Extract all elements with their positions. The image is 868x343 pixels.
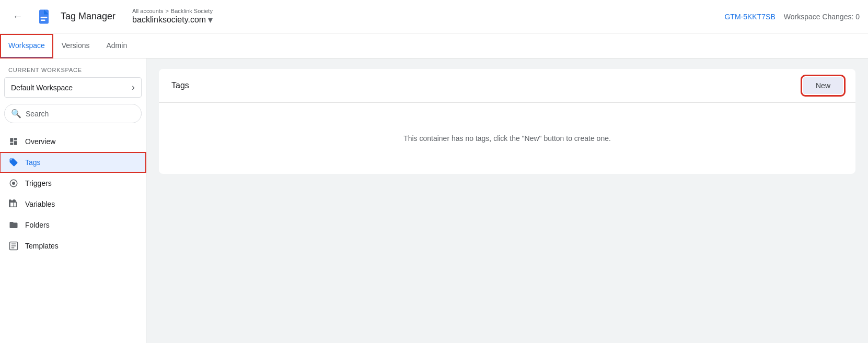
sidebar-item-label: Variables <box>25 200 55 208</box>
card-header: Tags New <box>159 69 855 103</box>
search-box[interactable]: 🔍 <box>4 104 142 123</box>
card-title: Tags <box>171 81 189 90</box>
card-empty-message: This container has no tags, click the "N… <box>159 103 855 174</box>
variables-icon <box>8 199 19 209</box>
gtm-id[interactable]: GTM-5KKT7SB <box>724 13 775 21</box>
app-header: ← Tag Manager All accounts > Backlink So… <box>0 0 868 33</box>
sidebar-item-label: Tags <box>25 158 41 167</box>
tag-icon <box>8 158 19 167</box>
sidebar-item-triggers[interactable]: Triggers <box>0 173 146 193</box>
all-accounts-link[interactable]: All accounts <box>132 8 163 14</box>
workspace-selector[interactable]: Default Workspace › <box>4 77 142 98</box>
breadcrumb: All accounts > Backlink Society backlink… <box>132 8 213 26</box>
container-name[interactable]: backlinksociety.com <box>132 15 206 25</box>
tab-workspace[interactable]: Workspace <box>0 34 53 58</box>
sidebar-item-label: Overview <box>25 137 55 146</box>
workspace-name: Default Workspace <box>11 84 73 92</box>
tags-card: Tags New This container has no tags, cli… <box>159 69 855 174</box>
app-logo <box>33 6 54 27</box>
svg-rect-2 <box>41 17 48 18</box>
new-tag-button[interactable]: New <box>803 77 843 94</box>
sidebar-item-label: Triggers <box>25 179 52 187</box>
svg-rect-3 <box>41 19 45 21</box>
main-layout: CURRENT WORKSPACE Default Workspace › 🔍 … <box>0 58 868 343</box>
sidebar-item-overview[interactable]: Overview <box>0 132 146 151</box>
account-link[interactable]: Backlink Society <box>171 8 213 14</box>
sidebar-item-tags[interactable]: Tags <box>0 152 146 172</box>
tab-admin[interactable]: Admin <box>98 34 135 58</box>
nav-tabs: Workspace Versions Admin <box>0 33 868 58</box>
current-workspace-label: CURRENT WORKSPACE <box>0 58 146 75</box>
sidebar-nav: Overview Tags Triggers Variables <box>0 127 146 343</box>
svg-point-5 <box>12 182 15 185</box>
sidebar-item-templates[interactable]: Templates <box>0 236 146 256</box>
workspace-arrow-icon: › <box>132 82 135 93</box>
tab-versions[interactable]: Versions <box>53 34 98 58</box>
breadcrumb-bottom: backlinksociety.com ▾ <box>132 14 213 26</box>
container-chevron-icon[interactable]: ▾ <box>208 14 213 26</box>
overview-icon <box>8 137 19 146</box>
workspace-changes: Workspace Changes: 0 <box>784 13 860 21</box>
sidebar-item-label: Folders <box>25 221 50 229</box>
sidebar-item-variables[interactable]: Variables <box>0 194 146 214</box>
header-right: GTM-5KKT7SB Workspace Changes: 0 <box>724 13 860 21</box>
triggers-icon <box>8 179 19 188</box>
search-input[interactable] <box>26 110 135 118</box>
search-icon: 🔍 <box>11 109 21 119</box>
sidebar: CURRENT WORKSPACE Default Workspace › 🔍 … <box>0 58 146 343</box>
content-area: Tags New This container has no tags, cli… <box>146 58 868 343</box>
folders-icon <box>8 220 19 230</box>
sidebar-item-folders[interactable]: Folders <box>0 215 146 235</box>
breadcrumb-separator: > <box>165 8 168 14</box>
sidebar-item-label: Templates <box>25 242 59 250</box>
templates-icon <box>8 241 19 251</box>
breadcrumb-top: All accounts > Backlink Society <box>132 8 213 14</box>
app-title: Tag Manager <box>61 11 115 22</box>
back-button[interactable]: ← <box>8 7 27 26</box>
